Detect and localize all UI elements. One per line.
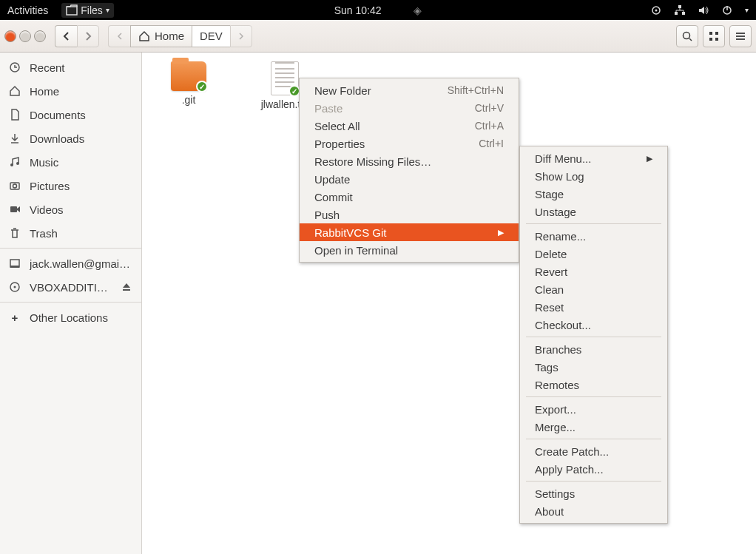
submenu-tags[interactable]: Tags (520, 358, 667, 376)
submenu-reset[interactable]: Reset (520, 298, 667, 316)
submenu-revert[interactable]: Revert (520, 263, 667, 280)
path-prev-button[interactable] (108, 25, 130, 47)
eject-icon[interactable] (121, 281, 132, 293)
menu-commit[interactable]: Commit (300, 188, 519, 206)
path-segment-home[interactable]: Home (130, 25, 192, 47)
folder-git[interactable]: .git (155, 61, 222, 106)
submenu-about[interactable]: About (520, 502, 667, 520)
menu-separator (526, 481, 661, 482)
maximize-button[interactable] (34, 30, 46, 42)
path-next-button[interactable] (230, 25, 252, 47)
sidebar-item-downloads[interactable]: Downloads (0, 126, 141, 150)
server-icon (9, 257, 21, 269)
submenu-stage[interactable]: Stage (520, 185, 667, 203)
close-button[interactable] (4, 30, 16, 42)
volume-icon[interactable] (698, 4, 709, 16)
chevron-down-icon[interactable]: ▾ (745, 6, 749, 14)
sidebar-item-trash[interactable]: Trash (0, 221, 141, 245)
menu-properties[interactable]: PropertiesCtrl+I (300, 135, 519, 152)
svg-rect-13 (715, 38, 718, 41)
gnome-top-panel: Activities Files ▾ Sun 10:42 ◈ ▾ (0, 0, 756, 20)
sidebar-item-music[interactable]: Music (0, 150, 141, 174)
submenu-export[interactable]: Export... (520, 400, 667, 418)
sidebar-item-recent[interactable]: Recent (0, 55, 141, 79)
submenu-remotes[interactable]: Remotes (520, 376, 667, 393)
minimize-button[interactable] (19, 30, 31, 42)
power-icon[interactable] (721, 4, 733, 16)
notification-indicator-icon: ◈ (414, 4, 422, 16)
submenu-delete[interactable]: Delete (520, 245, 667, 263)
menu-separator (526, 439, 661, 439)
submenu-apply-patch[interactable]: Apply Patch... (520, 460, 667, 478)
menu-new-folder[interactable]: New FolderShift+Ctrl+N (300, 81, 519, 99)
document-icon (9, 109, 21, 121)
submenu-branches[interactable]: Branches (520, 340, 667, 358)
clock[interactable]: Sun 10:42 ◈ (334, 4, 422, 16)
chevron-down-icon: ▾ (106, 6, 109, 14)
disc-icon (9, 281, 21, 293)
svg-point-2 (655, 9, 658, 11)
file-manager-toolbar: Home DEV (0, 20, 756, 53)
sidebar-item-videos[interactable]: Videos (0, 197, 141, 221)
svg-rect-11 (715, 32, 718, 35)
sidebar-item-documents[interactable]: Documents (0, 103, 141, 126)
file-label: .git (182, 94, 196, 106)
submenu-unstage[interactable]: Unstage (520, 203, 667, 220)
app-menu[interactable]: Files ▾ (61, 3, 114, 18)
svg-rect-10 (709, 32, 712, 35)
submenu-merge[interactable]: Merge... (520, 418, 667, 436)
menu-paste: PasteCtrl+V (300, 99, 519, 117)
rabbitvcs-submenu: Diff Menu...▶ Show Log Stage Unstage Ren… (519, 146, 668, 524)
path-segment-current[interactable]: DEV (192, 25, 230, 47)
network-icon[interactable] (674, 4, 686, 16)
sidebar-item-pictures[interactable]: Pictures (0, 174, 141, 197)
svg-point-26 (14, 286, 16, 288)
home-icon (138, 30, 150, 42)
menu-separator (526, 396, 661, 397)
svg-point-18 (10, 163, 13, 166)
menu-open-terminal[interactable]: Open in Terminal (300, 241, 519, 259)
submenu-checkout[interactable]: Checkout... (520, 316, 667, 334)
svg-point-19 (16, 162, 19, 165)
svg-rect-4 (675, 12, 678, 15)
nav-forward-button[interactable] (77, 25, 99, 47)
activities-button[interactable]: Activities (7, 4, 48, 16)
plus-icon: + (9, 311, 21, 324)
svg-rect-0 (67, 7, 77, 15)
search-button[interactable] (676, 25, 698, 47)
submenu-settings[interactable]: Settings (520, 484, 667, 502)
menu-update[interactable]: Update (300, 170, 519, 188)
submenu-show-log[interactable]: Show Log (520, 167, 667, 185)
submenu-arrow-icon: ▶ (647, 154, 652, 163)
svg-point-8 (684, 32, 690, 38)
svg-rect-3 (678, 5, 681, 8)
camera-icon (9, 180, 21, 192)
sidebar-item-home[interactable]: Home (0, 79, 141, 103)
view-toggle-button[interactable] (703, 25, 725, 47)
hamburger-menu-button[interactable] (729, 25, 752, 47)
places-sidebar: Recent Home Documents Downloads Music Pi… (0, 53, 142, 554)
menu-restore-missing[interactable]: Restore Missing Files… (300, 152, 519, 170)
music-icon (9, 156, 21, 168)
svg-point-21 (13, 184, 17, 188)
download-icon (9, 132, 21, 144)
menu-select-all[interactable]: Select AllCtrl+A (300, 117, 519, 135)
sidebar-separator (0, 302, 141, 303)
svg-rect-5 (682, 12, 685, 15)
submenu-rename[interactable]: Rename... (520, 227, 667, 245)
submenu-create-patch[interactable]: Create Patch... (520, 442, 667, 460)
sidebar-other-locations[interactable]: +Other Locations (0, 305, 141, 329)
context-menu: New FolderShift+Ctrl+N PasteCtrl+V Selec… (299, 78, 519, 263)
menu-rabbitvcs-git[interactable]: RabbitVCS Git▶ (300, 223, 519, 241)
submenu-diff-menu[interactable]: Diff Menu...▶ (520, 149, 667, 167)
nav-back-button[interactable] (55, 25, 77, 47)
submenu-clean[interactable]: Clean (520, 280, 667, 298)
sidebar-mount-gmail[interactable]: jack.wallen@gmail.… (0, 251, 141, 275)
location-icon[interactable] (650, 4, 662, 16)
svg-line-9 (689, 38, 692, 41)
sidebar-mount-vbox[interactable]: VBOXADDITIO… (0, 275, 141, 299)
trash-icon (9, 227, 21, 239)
submenu-arrow-icon: ▶ (498, 228, 504, 237)
home-icon (9, 85, 21, 97)
menu-push[interactable]: Push (300, 206, 519, 223)
